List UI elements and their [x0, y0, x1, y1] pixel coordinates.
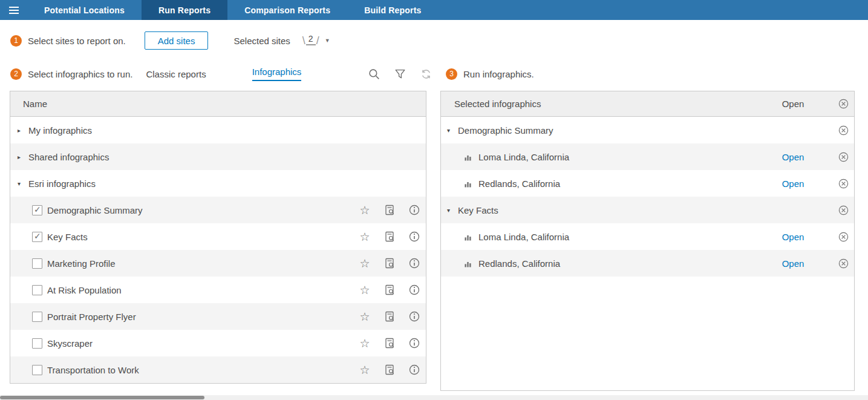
info-icon[interactable] — [408, 231, 420, 243]
infographic-checkbox[interactable] — [32, 205, 42, 215]
infographics-rows: ▸ My infographics ▸ Shared infographics … — [10, 117, 426, 383]
scrollbar-thumb[interactable] — [0, 396, 204, 399]
infographic-row-marketing-profile[interactable]: Marketing Profile ☆ — [10, 250, 426, 277]
group-label: Shared infographics — [28, 152, 109, 162]
selected-sites-selector[interactable]: \ 2 / ▼ — [302, 34, 330, 47]
tab-classic-reports[interactable]: Classic reports — [146, 69, 206, 79]
infographic-label: Demographic Summary — [47, 205, 143, 215]
infographic-label: At Risk Population — [47, 285, 122, 295]
info-icon[interactable] — [408, 337, 420, 349]
tab-build-reports[interactable]: Build Reports — [347, 0, 438, 20]
infographic-checkbox[interactable] — [32, 312, 42, 322]
remove-group-icon[interactable] — [838, 205, 849, 216]
infographic-checkbox[interactable] — [32, 232, 42, 242]
group-row-my-infographics[interactable]: ▸ My infographics — [10, 117, 426, 143]
step1-badge: 1 — [10, 35, 22, 47]
row-actions: ☆ — [359, 337, 426, 349]
report-preview-icon[interactable] — [383, 364, 396, 376]
open-report-link[interactable]: Open — [780, 232, 806, 242]
chevron-down-icon[interactable]: ▼ — [325, 38, 330, 44]
open-report-link[interactable]: Open — [780, 258, 806, 269]
row-actions — [838, 205, 854, 216]
row-actions: ☆ — [359, 310, 426, 323]
row-actions: ☆ — [359, 231, 426, 243]
favorite-star-icon[interactable]: ☆ — [359, 257, 371, 269]
remove-site-icon[interactable] — [838, 231, 849, 243]
report-preview-icon[interactable] — [383, 204, 396, 216]
funnel-icon[interactable] — [394, 68, 406, 80]
remove-site-icon[interactable] — [838, 178, 849, 189]
report-preview-icon[interactable] — [383, 337, 396, 349]
favorite-star-icon[interactable]: ☆ — [359, 231, 371, 243]
report-preview-icon[interactable] — [383, 310, 396, 323]
step3-row: 3 Run infographics. — [446, 62, 534, 86]
info-icon[interactable] — [408, 310, 420, 323]
remove-group-icon[interactable] — [838, 125, 849, 136]
refresh-icon[interactable] — [420, 68, 432, 80]
report-preview-icon[interactable] — [383, 231, 396, 243]
remove-all-icon[interactable] — [838, 98, 849, 110]
expander-icon[interactable]: ▾ — [447, 207, 455, 214]
selected-sites-label: Selected sites — [233, 36, 290, 46]
selected-group-key-facts[interactable]: ▾ Key Facts — [441, 197, 854, 223]
infographic-checkbox[interactable] — [32, 338, 42, 349]
group-row-shared-infographics[interactable]: ▸ Shared infographics — [10, 143, 426, 170]
favorite-star-icon[interactable]: ☆ — [359, 337, 371, 349]
info-icon[interactable] — [408, 284, 420, 296]
open-report-link[interactable]: Open — [780, 179, 806, 189]
expander-icon[interactable]: ▾ — [18, 180, 25, 187]
report-preview-icon[interactable] — [383, 284, 396, 296]
info-icon[interactable] — [408, 364, 420, 376]
header-actions: Open — [780, 98, 854, 110]
expander-icon[interactable]: ▸ — [18, 154, 25, 160]
expander-icon[interactable]: ▸ — [18, 127, 25, 134]
selected-group-label: Key Facts — [458, 205, 498, 215]
menu-button[interactable] — [0, 0, 27, 20]
tab-potential-locations[interactable]: Potential Locations — [27, 0, 142, 20]
hamburger-icon — [9, 7, 19, 14]
search-icon[interactable] — [368, 68, 380, 80]
group-label: My infographics — [28, 125, 92, 136]
top-navigation-bar: Potential Locations Run Reports Comparis… — [0, 0, 868, 20]
tab-run-reports[interactable]: Run Reports — [142, 0, 227, 20]
row-actions: Open — [780, 151, 854, 163]
infographic-checkbox[interactable] — [32, 258, 42, 269]
infographic-label: Transportation to Work — [47, 365, 139, 375]
favorite-star-icon[interactable]: ☆ — [359, 284, 371, 296]
horizontal-scrollbar[interactable] — [0, 395, 868, 400]
remove-site-icon[interactable] — [838, 151, 849, 163]
infographic-label: Key Facts — [47, 232, 88, 242]
remove-site-icon[interactable] — [838, 258, 849, 269]
selected-sites-count: 2 — [306, 34, 316, 45]
site-label: Redlands, California — [478, 179, 560, 189]
infographic-row-demographic-summary[interactable]: Demographic Summary ☆ — [10, 197, 426, 223]
favorite-star-icon[interactable]: ☆ — [359, 204, 371, 216]
infographic-row-skyscraper[interactable]: Skyscraper ☆ — [10, 330, 426, 356]
group-label: Esri infographics — [28, 179, 96, 189]
infographic-row-at-risk-population[interactable]: At Risk Population ☆ — [10, 277, 426, 303]
group-row-esri-infographics[interactable]: ▾ Esri infographics — [10, 170, 426, 197]
infographic-row-transportation-to-work[interactable]: Transportation to Work ☆ — [10, 356, 426, 383]
favorite-star-icon[interactable]: ☆ — [359, 364, 371, 376]
selected-group-demographic-summary[interactable]: ▾ Demographic Summary — [441, 117, 854, 143]
info-icon[interactable] — [408, 204, 420, 216]
bar-chart-icon — [463, 179, 473, 189]
site-label: Redlands, California — [478, 258, 560, 269]
selected-site-row: Loma Linda, California Open — [441, 223, 854, 250]
infographics-list-panel: Name ▸ My infographics ▸ Shared infograp… — [10, 91, 426, 384]
favorite-star-icon[interactable]: ☆ — [359, 310, 371, 323]
infographic-checkbox[interactable] — [32, 365, 42, 375]
info-icon[interactable] — [408, 257, 420, 269]
tab-comparison-reports[interactable]: Comparison Reports — [227, 0, 347, 20]
selected-infographics-panel: Selected infographics Open ▾ Demographic… — [440, 91, 855, 391]
infographic-checkbox[interactable] — [32, 285, 42, 295]
add-sites-button[interactable]: Add sites — [145, 31, 209, 50]
expander-icon[interactable]: ▾ — [447, 127, 455, 134]
tab-infographics[interactable]: Infographics — [252, 67, 302, 81]
report-preview-icon[interactable] — [383, 257, 396, 269]
infographic-row-key-facts[interactable]: Key Facts ☆ — [10, 223, 426, 250]
slash-right-decoration: / — [316, 34, 319, 47]
row-actions: ☆ — [359, 204, 426, 216]
infographic-row-portrait-property-flyer[interactable]: Portrait Property Flyer ☆ — [10, 303, 426, 330]
open-report-link[interactable]: Open — [780, 152, 806, 162]
